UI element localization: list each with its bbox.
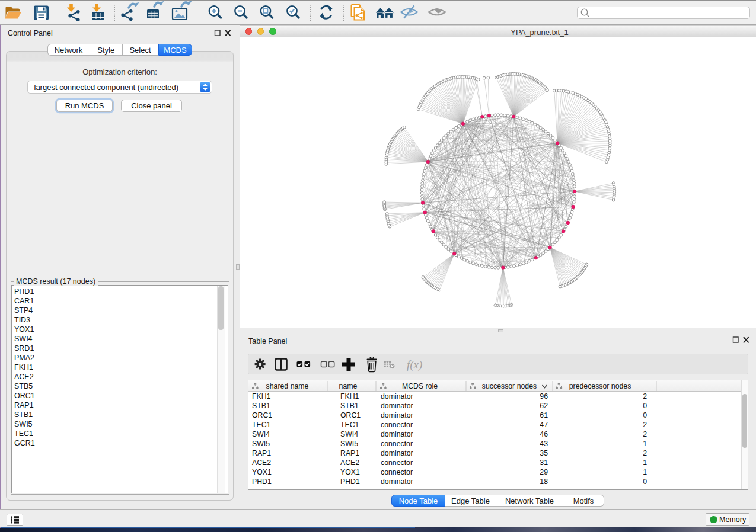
svg-text:name: name	[339, 382, 358, 390]
svg-text:successor nodes: successor nodes	[482, 382, 537, 390]
svg-text:f(x): f(x)	[407, 358, 422, 371]
svg-text:MCDS role: MCDS role	[402, 382, 438, 390]
svg-text:predecessor nodes: predecessor nodes	[569, 382, 631, 390]
svg-text:shared name: shared name	[266, 382, 309, 390]
